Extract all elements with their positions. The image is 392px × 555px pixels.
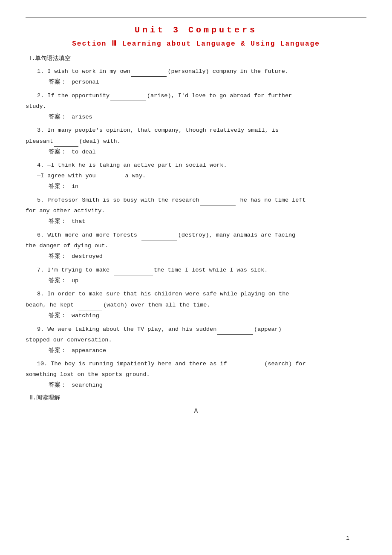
q3-answer-label: 答案： bbox=[49, 147, 66, 157]
q9-answer-label: 答案： bbox=[49, 346, 66, 356]
question-4: 4. —I think he is taking an active part … bbox=[26, 161, 366, 192]
q9-blank bbox=[217, 324, 253, 335]
top-divider bbox=[26, 17, 366, 17]
q6-answer: 答案： destroyed bbox=[49, 252, 366, 262]
q5-blank bbox=[200, 195, 236, 205]
q6-blank bbox=[141, 230, 177, 240]
q5-answer-label: 答案： bbox=[49, 217, 66, 227]
q7-answer-value: up bbox=[72, 276, 78, 286]
q2-answer-label: 答案： bbox=[49, 113, 66, 122]
q3-answer-value: to deal bbox=[72, 147, 96, 157]
q7-answer: 答案： up bbox=[49, 276, 366, 286]
q4-answer-value: in bbox=[72, 182, 78, 192]
q2-blank bbox=[110, 91, 146, 101]
page-wrapper: Unit 3 Computers Section Ⅲ Learning abou… bbox=[26, 17, 366, 550]
q6-text: 6. With more and more forests (destroy),… bbox=[26, 230, 366, 240]
question-9: 9. We were talking about the TV play, an… bbox=[26, 324, 366, 356]
question-7: 7. I'm trying to make the time I lost wh… bbox=[26, 265, 366, 286]
question-3: 3. In many people's opinion, that compan… bbox=[26, 126, 366, 157]
q2-answer: 答案： arises bbox=[49, 113, 366, 122]
q5-continuation: for any other activity. bbox=[26, 206, 366, 216]
q9-answer-value: appearance bbox=[72, 346, 106, 356]
q10-answer-value: searching bbox=[72, 381, 103, 390]
q5-answer: 答案： that bbox=[49, 217, 366, 227]
q4-answer: 答案： in bbox=[49, 182, 366, 192]
q8-blank bbox=[78, 300, 103, 310]
q5-answer-value: that bbox=[72, 217, 85, 227]
q9-answer: 答案： appearance bbox=[49, 346, 366, 356]
q1-blank bbox=[131, 66, 167, 77]
q1-answer-value: personal bbox=[72, 78, 99, 87]
q7-text: 7. I'm trying to make the time I lost wh… bbox=[26, 265, 366, 275]
q2-text: 2. If the opportunity (arise), I'd love … bbox=[26, 91, 366, 101]
q3-answer: 答案： to deal bbox=[49, 147, 366, 157]
q4-answer-label: 答案： bbox=[49, 182, 66, 192]
q8-answer-value: watching bbox=[72, 311, 99, 321]
q8-text: 8. In order to make sure that his childr… bbox=[26, 289, 366, 299]
q1-answer: 答案： personal bbox=[49, 78, 366, 87]
q7-blank bbox=[114, 265, 153, 275]
q10-answer: 答案： searching bbox=[49, 381, 366, 390]
question-8: 8. In order to make sure that his childr… bbox=[26, 289, 366, 321]
section-title: Section Ⅲ Learning about Language & Usin… bbox=[26, 39, 366, 48]
q6-answer-value: destroyed bbox=[72, 252, 103, 262]
question-5: 5. Professor Smith is so busy with the r… bbox=[26, 195, 366, 227]
q8-answer-label: 答案： bbox=[49, 311, 66, 321]
q3-continuation: pleasant (deal) with. bbox=[26, 136, 366, 147]
q8-answer: 答案： watching bbox=[49, 311, 366, 321]
question-2: 2. If the opportunity (arise), I'd love … bbox=[26, 91, 366, 122]
q1-text: 1. I wish to work in my own (personally)… bbox=[26, 66, 366, 77]
section-II-heading: Ⅱ.阅读理解 bbox=[30, 394, 366, 402]
q6-continuation: the danger of dying out. bbox=[26, 241, 366, 251]
q3-blank bbox=[54, 136, 78, 147]
q10-blank bbox=[228, 359, 264, 369]
section-I-heading: Ⅰ.单句语法填空 bbox=[30, 55, 366, 62]
question-1: 1. I wish to work in my own (personally)… bbox=[26, 66, 366, 87]
q10-text: 10. The boy is running impatiently here … bbox=[26, 359, 366, 369]
q2-continuation: study. bbox=[26, 102, 366, 112]
q4b-text: —I agree with you a way. bbox=[37, 171, 366, 181]
q10-answer-label: 答案： bbox=[49, 381, 66, 390]
q3-text: 3. In many people's opinion, that compan… bbox=[26, 126, 366, 136]
q1-answer-label: 答案： bbox=[49, 78, 66, 87]
question-6: 6. With more and more forests (destroy),… bbox=[26, 230, 366, 262]
unit-title: Unit 3 Computers bbox=[26, 25, 366, 35]
q4a-text: 4. —I think he is taking an active part … bbox=[26, 161, 366, 171]
q8-continuation: beach, he kept (watch) over them all the… bbox=[26, 300, 366, 310]
q4b-blank bbox=[97, 171, 124, 181]
q5-text: 5. Professor Smith is so busy with the r… bbox=[26, 195, 366, 205]
section-A-label: A bbox=[26, 408, 366, 414]
q9-continuation: stopped our conversation. bbox=[26, 335, 366, 345]
q6-answer-label: 答案： bbox=[49, 252, 66, 262]
q10-continuation: something lost on the sports ground. bbox=[26, 370, 366, 380]
q7-answer-label: 答案： bbox=[49, 276, 66, 286]
page-number: 1 bbox=[346, 535, 349, 541]
question-10: 10. The boy is running impatiently here … bbox=[26, 359, 366, 390]
q2-answer-value: arises bbox=[72, 113, 92, 122]
q9-text: 9. We were talking about the TV play, an… bbox=[26, 324, 366, 335]
